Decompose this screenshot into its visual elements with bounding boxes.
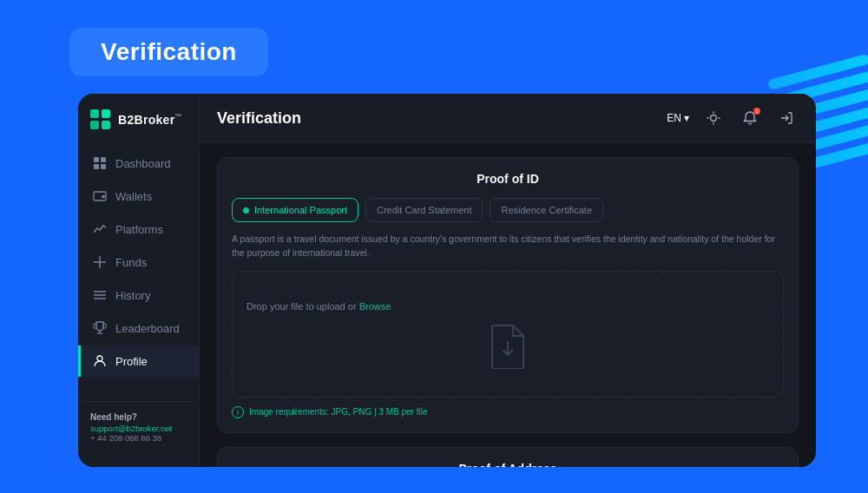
- sidebar-item-leaderboard[interactable]: Leaderboard: [78, 312, 199, 344]
- sidebar-item-label: Leaderboard: [115, 322, 180, 335]
- sidebar-item-history[interactable]: History: [78, 279, 199, 311]
- proof-of-address-card: Proof of Address International Passport …: [217, 447, 799, 468]
- sidebar-help: Need help? support@b2broker.net + 44 208…: [78, 401, 199, 453]
- info-icon: i: [232, 406, 244, 418]
- help-email: support@b2broker.net: [90, 424, 187, 433]
- header: Verification EN ▾: [200, 94, 816, 143]
- trophy-icon: [93, 321, 107, 335]
- svg-point-13: [97, 356, 102, 361]
- svg-rect-0: [94, 157, 99, 162]
- image-req-text: Image requirements: JPG, PNG | 3 MB per …: [249, 407, 427, 417]
- sidebar-item-label: Dashboard: [115, 157, 171, 170]
- chart-icon: [93, 222, 107, 236]
- user-icon: [93, 354, 107, 368]
- upload-area[interactable]: Drop your file to upload or Browse: [232, 271, 784, 398]
- sidebar: B2Broker™ Dashboard: [78, 94, 200, 467]
- notifications-button[interactable]: 1: [738, 106, 762, 130]
- content-area: Proof of ID International Passport Credi…: [200, 143, 816, 467]
- svg-rect-1: [101, 157, 106, 162]
- proof-of-id-description: A passport is a travel document issued b…: [232, 233, 784, 260]
- grid-icon: [93, 156, 107, 170]
- wallet-icon: [93, 189, 107, 203]
- list-icon: [93, 288, 107, 302]
- main-content: Verification EN ▾: [200, 94, 816, 467]
- sidebar-item-label: Wallets: [115, 190, 152, 203]
- sidebar-item-funds[interactable]: Funds: [78, 246, 199, 278]
- logo-icon: [90, 109, 111, 130]
- sidebar-item-label: Funds: [115, 256, 147, 269]
- proof-of-address-title: Proof of Address: [232, 462, 784, 468]
- help-title: Need help?: [90, 412, 187, 422]
- language-selector[interactable]: EN ▾: [667, 112, 689, 124]
- sidebar-item-label: Platforms: [115, 223, 163, 236]
- image-requirements: i Image requirements: JPG, PNG | 3 MB pe…: [232, 406, 784, 418]
- logo-text: B2Broker™: [118, 113, 182, 127]
- proof-of-id-card: Proof of ID International Passport Credi…: [217, 157, 799, 433]
- logo-area: B2Broker™: [78, 109, 199, 148]
- svg-point-14: [711, 115, 717, 122]
- upload-file-icon: [487, 322, 529, 371]
- sidebar-item-label: Profile: [115, 355, 148, 368]
- tab-residence-certificate[interactable]: Residence Certificate: [490, 198, 603, 222]
- upload-hint: Drop your file to upload or Browse: [247, 301, 391, 312]
- page-title: Verification: [217, 109, 301, 128]
- sidebar-item-label: History: [115, 289, 150, 302]
- notification-badge: 1: [753, 108, 760, 115]
- lang-label: EN: [667, 112, 681, 124]
- svg-rect-2: [94, 164, 99, 169]
- help-phone: + 44 208 068 86 38: [90, 433, 187, 443]
- sidebar-item-profile[interactable]: Profile: [78, 345, 199, 377]
- logout-button[interactable]: [774, 106, 799, 130]
- browse-link[interactable]: Browse: [359, 301, 391, 312]
- theme-toggle-button[interactable]: [701, 106, 726, 130]
- app-container: B2Broker™ Dashboard: [78, 94, 816, 467]
- sidebar-item-dashboard[interactable]: Dashboard: [78, 148, 199, 179]
- funds-icon: [93, 255, 107, 269]
- svg-rect-3: [101, 164, 106, 169]
- nav-items: Dashboard Wallets Platforms: [78, 148, 199, 394]
- tab-international-passport[interactable]: International Passport: [232, 198, 358, 222]
- proof-of-id-title: Proof of ID: [232, 172, 784, 186]
- proof-of-id-tabs: International Passport Credit Card State…: [232, 198, 784, 222]
- page-outer-title: Verification: [69, 28, 268, 76]
- svg-rect-5: [102, 195, 105, 198]
- sidebar-item-wallets[interactable]: Wallets: [78, 181, 199, 212]
- header-actions: EN ▾ 1: [667, 106, 799, 130]
- tab-credit-card-statement[interactable]: Credit Card Statement: [365, 198, 483, 222]
- sidebar-item-platforms[interactable]: Platforms: [78, 214, 199, 245]
- chevron-down-icon: ▾: [684, 112, 689, 124]
